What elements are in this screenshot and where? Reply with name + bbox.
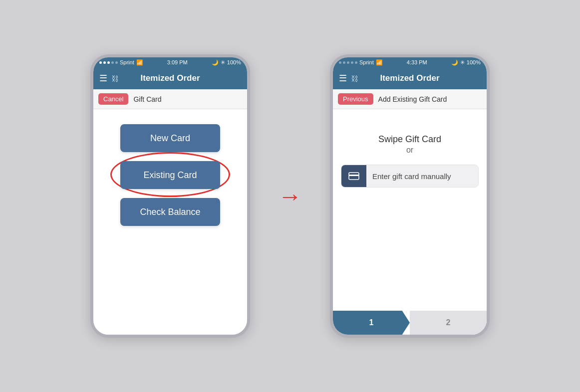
credit-card-icon bbox=[341, 165, 366, 187]
right-status-bar: Sprint 📶 4:33 PM 🌙 ✳ 100% bbox=[333, 57, 487, 67]
rdot3 bbox=[347, 61, 349, 64]
left-battery: 100% bbox=[227, 59, 241, 65]
left-sub-bar-title: Gift Card bbox=[133, 95, 161, 103]
dot1 bbox=[99, 61, 102, 64]
right-bt-icon: ✳ bbox=[460, 59, 465, 66]
right-phone-body: Swipe Gift Card or Enter gift card manua… bbox=[333, 109, 487, 335]
left-phone-body: New Card Existing Card Check Balance bbox=[93, 109, 247, 335]
scene: Sprint 📶 3:09 PM 🌙 ✳ 100% ☰ ⛓ Itemized O… bbox=[90, 54, 490, 338]
swipe-text-block: Swipe Gift Card or bbox=[341, 134, 479, 155]
right-status-left: Sprint 📶 bbox=[339, 59, 383, 66]
new-card-button[interactable]: New Card bbox=[120, 124, 220, 152]
right-wifi-icon: 📶 bbox=[376, 59, 383, 66]
right-nav-bar: ☰ ⛓ Itemized Order bbox=[333, 67, 487, 89]
right-signal-dots bbox=[339, 61, 357, 64]
right-arrow-icon: → bbox=[278, 183, 302, 210]
left-bt-icon: ✳ bbox=[221, 59, 225, 66]
dot5 bbox=[115, 61, 118, 64]
right-sub-bar-title: Add Existing Gift Card bbox=[378, 95, 447, 103]
left-nav-bar: ☰ ⛓ Itemized Order bbox=[93, 67, 247, 89]
left-wifi-icon: 📶 bbox=[136, 59, 143, 66]
left-moon-icon: 🌙 bbox=[212, 59, 219, 66]
right-status-right: 🌙 ✳ 100% bbox=[451, 59, 481, 66]
rdot4 bbox=[351, 61, 353, 64]
dot3 bbox=[107, 61, 110, 64]
left-nav-title: Itemized Order bbox=[140, 73, 200, 83]
existing-card-wrapper: Existing Card bbox=[120, 161, 220, 189]
rdot1 bbox=[339, 61, 341, 64]
rdot2 bbox=[343, 61, 345, 64]
left-status-right: 🌙 ✳ 100% bbox=[212, 59, 241, 66]
right-sub-bar: Previous Add Existing Gift Card bbox=[333, 89, 487, 109]
svg-rect-1 bbox=[349, 175, 359, 176]
left-menu-icon[interactable]: ☰ bbox=[99, 73, 107, 84]
step-1[interactable]: 1 bbox=[333, 311, 410, 335]
right-nav-title: Itemized Order bbox=[380, 73, 439, 83]
right-menu-icon[interactable]: ☰ bbox=[339, 73, 347, 84]
manual-entry-label: Enter gift card manually bbox=[366, 165, 478, 187]
right-battery: 100% bbox=[467, 59, 481, 65]
left-sub-bar: Cancel Gift Card bbox=[93, 89, 247, 109]
or-text: or bbox=[341, 146, 479, 155]
cancel-button[interactable]: Cancel bbox=[98, 93, 128, 105]
right-moon-icon: 🌙 bbox=[451, 59, 458, 66]
dot4 bbox=[111, 61, 114, 64]
right-phone: Sprint 📶 4:33 PM 🌙 ✳ 100% ☰ ⛓ Itemized O… bbox=[330, 54, 490, 338]
previous-button[interactable]: Previous bbox=[338, 93, 373, 105]
right-carrier: Sprint bbox=[359, 59, 374, 65]
manual-entry-row[interactable]: Enter gift card manually bbox=[341, 165, 479, 188]
left-status-left: Sprint 📶 bbox=[99, 59, 143, 66]
step-bar: 1 2 bbox=[333, 311, 487, 335]
left-link-icon: ⛓ bbox=[111, 74, 119, 83]
left-carrier: Sprint bbox=[120, 59, 134, 65]
signal-dots bbox=[99, 61, 118, 64]
left-time: 3:09 PM bbox=[167, 59, 188, 65]
existing-card-button[interactable]: Existing Card bbox=[120, 161, 220, 189]
right-link-icon: ⛓ bbox=[351, 74, 358, 83]
step-2[interactable]: 2 bbox=[410, 311, 487, 335]
arrow-container: → bbox=[270, 183, 310, 210]
right-time: 4:33 PM bbox=[407, 59, 427, 65]
swipe-gift-card-text: Swipe Gift Card bbox=[341, 134, 479, 145]
dot2 bbox=[103, 61, 106, 64]
rdot5 bbox=[355, 61, 357, 64]
spacer bbox=[341, 188, 479, 311]
left-phone: Sprint 📶 3:09 PM 🌙 ✳ 100% ☰ ⛓ Itemized O… bbox=[90, 54, 250, 338]
check-balance-button[interactable]: Check Balance bbox=[120, 198, 220, 226]
left-status-bar: Sprint 📶 3:09 PM 🌙 ✳ 100% bbox=[93, 57, 247, 67]
